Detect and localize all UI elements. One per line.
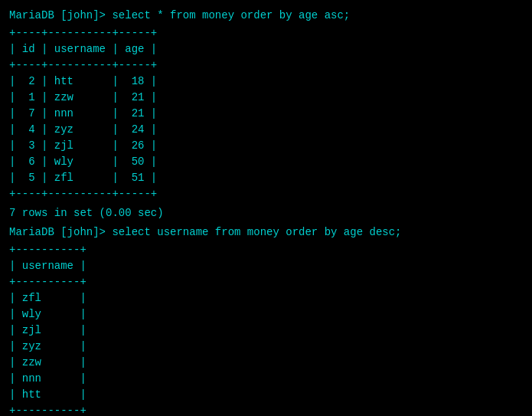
query1-sep-top: +----+----------+-----+ xyxy=(9,25,523,41)
query1-sep-mid: +----+----------+-----+ xyxy=(9,57,523,74)
query1-row-1: | 2 | htt | 18 | xyxy=(9,74,523,90)
query1-sep-bot: +----+----------+-----+ xyxy=(9,186,523,202)
query1-row-2: | 1 | zzw | 21 | xyxy=(9,90,523,106)
query2-section: MariaDB [john]> select username from mon… xyxy=(9,224,523,416)
query1-header: | id | username | age | xyxy=(9,41,523,57)
terminal: MariaDB [john]> select * from money orde… xyxy=(6,5,526,416)
query2-row-2: | wly | xyxy=(9,306,523,323)
query2-row-5: | zzw | xyxy=(9,355,523,371)
query2-sep-bot: +----------+ xyxy=(9,403,523,416)
query2-sep-mid: +----------+ xyxy=(9,274,523,290)
query2-row-7: | htt | xyxy=(9,387,523,403)
query2-row-1: | zfl | xyxy=(9,290,523,306)
query1-row-3: | 7 | nnn | 21 | xyxy=(9,106,523,122)
query1-row-7: | 5 | zfl | 51 | xyxy=(9,170,523,186)
query1-row-5: | 3 | zjl | 26 | xyxy=(9,138,523,154)
query2-row-4: | zyz | xyxy=(9,339,523,355)
query2-row-3: | zjl | xyxy=(9,323,523,339)
query2-row-6: | nnn | xyxy=(9,371,523,387)
query1-row-6: | 6 | wly | 50 | xyxy=(9,154,523,170)
query1-result: 7 rows in set (0.00 sec) xyxy=(9,205,523,221)
query2-table: +----------+ | username | +----------+ |… xyxy=(9,242,523,416)
query2-prompt: MariaDB [john]> select username from mon… xyxy=(9,224,523,241)
query1-section: MariaDB [john]> select * from money orde… xyxy=(9,8,523,221)
query1-table: +----+----------+-----+ | id | username … xyxy=(9,25,523,202)
query1-prompt: MariaDB [john]> select * from money orde… xyxy=(9,8,523,24)
query2-sep-top: +----------+ xyxy=(9,242,523,258)
query2-header: | username | xyxy=(9,258,523,274)
query1-row-4: | 4 | zyz | 24 | xyxy=(9,122,523,138)
